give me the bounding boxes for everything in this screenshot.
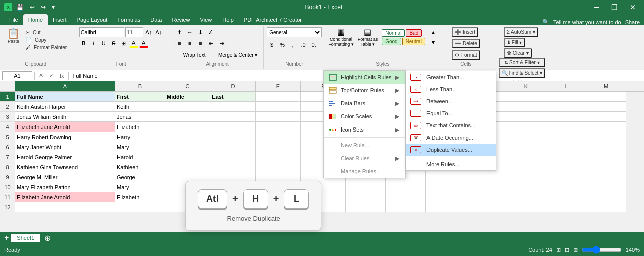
cell-L5[interactable] (546, 132, 586, 142)
row-header-6[interactable]: 6 (0, 142, 15, 152)
cell-D8[interactable] (210, 162, 256, 172)
cell-A10[interactable]: Mary Elizabeth Patton (15, 182, 115, 192)
cell-C1[interactable]: Middle (165, 92, 210, 102)
cell-E4[interactable] (256, 122, 301, 132)
italic-btn[interactable]: I (89, 39, 98, 48)
decrease-decimal-btn[interactable]: .0 (298, 40, 308, 50)
borders-btn[interactable]: ⊞ (119, 39, 128, 48)
cell-E2[interactable] (256, 102, 301, 112)
cell-I12[interactable] (426, 202, 466, 212)
cell-J12[interactable] (466, 202, 506, 212)
cell-L4[interactable] (546, 122, 586, 132)
paste-btn[interactable]: 📋 Paste (3, 27, 24, 45)
cell-M9[interactable] (586, 172, 626, 182)
cell-A1[interactable]: Full Name (15, 92, 115, 102)
cell-D3[interactable] (210, 112, 256, 122)
cell-M1[interactable] (586, 92, 626, 102)
tab-file[interactable]: File (4, 14, 23, 25)
cell-A12[interactable] (15, 202, 115, 212)
cell-L12[interactable] (546, 202, 586, 212)
cell-M10[interactable] (586, 182, 626, 192)
minimize-btn[interactable]: ─ (590, 2, 603, 12)
format-as-table-btn[interactable]: ▤ Format asTable ▾ (358, 27, 378, 47)
style-good[interactable]: Good (382, 38, 401, 45)
cell-E3[interactable] (256, 112, 301, 122)
add-sheet-btn2[interactable]: ⊕ (44, 233, 51, 243)
sheet-tab-1[interactable]: Sheet1 (11, 234, 40, 242)
cell-D7[interactable] (210, 152, 256, 162)
row-header-2[interactable]: 2 (0, 102, 15, 112)
menu-item-iconsets[interactable]: Icon Sets ▶ (324, 123, 405, 136)
cell-B4[interactable]: Elizabeth (115, 122, 165, 132)
autosum-btn[interactable]: ΣAutoSum ▾ (504, 27, 538, 37)
align-center-btn[interactable]: ≡ (185, 38, 195, 48)
cell-D2[interactable] (210, 102, 256, 112)
cell-H10[interactable] (386, 182, 426, 192)
col-header-B[interactable]: B (115, 81, 165, 91)
menu-item-colorscales[interactable]: Color Scales ▶ (324, 110, 405, 123)
merge-center-btn[interactable]: Merge & Center ▾ (215, 50, 260, 59)
style-bad[interactable]: Bad (406, 29, 422, 37)
add-sheet-btn[interactable]: + (4, 233, 9, 242)
submenu-morerules[interactable]: More Rules... (406, 158, 496, 170)
cell-A6[interactable]: Mary Janet Wright (15, 142, 115, 152)
font-name-input[interactable] (79, 27, 124, 37)
decrease-indent-btn[interactable]: ⇤ (206, 38, 216, 48)
name-box[interactable] (2, 71, 32, 80)
cell-K12[interactable] (506, 202, 546, 212)
col-header-L[interactable]: L (546, 81, 586, 91)
cell-A8[interactable]: Kathleen Gina Townsend (15, 162, 115, 172)
strikethrough-btn[interactable]: S (109, 39, 118, 48)
menu-item-databars[interactable]: Data Bars ▶ (324, 97, 405, 110)
cell-D1[interactable]: Last (210, 92, 256, 102)
cell-D6[interactable] (210, 142, 256, 152)
undo-btn[interactable]: ↩ (28, 3, 37, 12)
menu-item-managerules[interactable]: Manage Rules... (324, 165, 405, 178)
row-header-4[interactable]: 4 (0, 122, 15, 132)
submenu-textcontains[interactable]: ab Text that Contains... (406, 119, 496, 132)
page-break-btn[interactable]: ⊠ (573, 247, 578, 253)
page-layout-btn[interactable]: ⊟ (565, 247, 569, 253)
share-btn[interactable]: Share (625, 19, 640, 25)
cell-A9[interactable]: George M. Miller (15, 172, 115, 182)
submenu-equalto[interactable]: = Equal To... (406, 107, 496, 119)
cut-btn[interactable]: ✂ Cut (25, 29, 68, 36)
copy-btn[interactable]: 📄 Copy (25, 37, 68, 43)
cell-B12[interactable] (115, 202, 165, 212)
cell-D5[interactable] (210, 132, 256, 142)
increase-indent-btn[interactable]: ⇥ (217, 38, 227, 48)
cell-C3[interactable] (165, 112, 210, 122)
close-btn[interactable]: ✕ (626, 2, 640, 12)
row-header-9[interactable]: 9 (0, 172, 15, 182)
select-all-btn[interactable] (0, 81, 15, 91)
cell-L3[interactable] (546, 112, 586, 122)
cell-D4[interactable] (210, 122, 256, 132)
cell-L11[interactable] (546, 192, 586, 202)
format-btn[interactable]: ⚙Format (452, 50, 480, 60)
styles-scroll-up[interactable]: ▲ (428, 28, 438, 37)
tab-review[interactable]: Review (167, 14, 195, 25)
text-angle-btn[interactable]: ∠ (206, 27, 216, 37)
underline-btn[interactable]: U (99, 39, 108, 48)
cell-H12[interactable] (386, 202, 426, 212)
font-size-decrease-btn[interactable]: A↓ (154, 28, 163, 37)
comma-btn[interactable]: , (288, 40, 298, 50)
wrap-text-btn[interactable]: Wrap Text (174, 50, 214, 59)
tab-insert[interactable]: Insert (48, 14, 72, 25)
cell-B1[interactable]: First (115, 92, 165, 102)
clear-btn[interactable]: 🗑Clear ▾ (504, 48, 532, 58)
cell-L9[interactable] (546, 172, 586, 182)
increase-decimal-btn[interactable]: 0. (309, 40, 319, 50)
col-header-E[interactable]: E (256, 81, 301, 91)
row-header-3[interactable]: 3 (0, 112, 15, 122)
cell-M12[interactable] (586, 202, 626, 212)
cell-E6[interactable] (256, 142, 301, 152)
zoom-slider[interactable] (582, 246, 622, 254)
cell-M7[interactable] (586, 152, 626, 162)
fill-btn[interactable]: ⬇Fill ▾ (504, 38, 525, 47)
accounting-btn[interactable]: $ (267, 40, 277, 50)
cell-B5[interactable]: Harry (115, 132, 165, 142)
cell-E8[interactable] (256, 162, 301, 172)
cell-K4[interactable] (506, 122, 546, 132)
align-middle-btn[interactable]: ↔ (185, 27, 195, 37)
